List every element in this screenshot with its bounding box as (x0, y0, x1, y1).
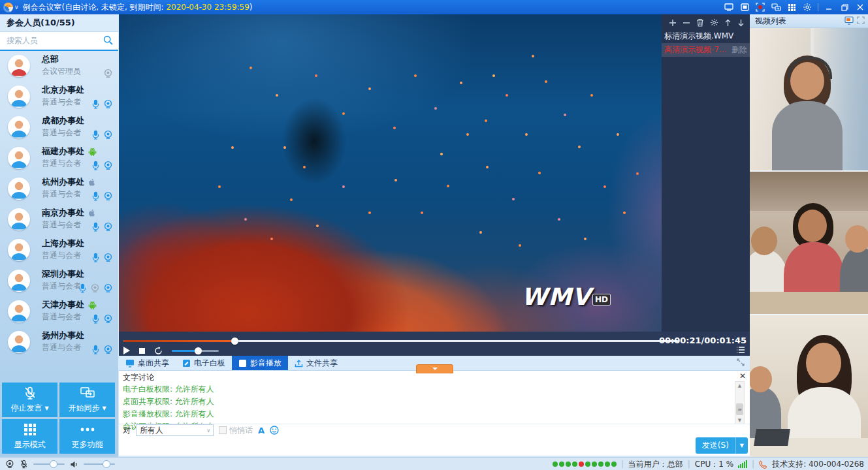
trash-icon[interactable] (696, 18, 704, 27)
maximize-button[interactable] (837, 0, 852, 14)
stop-speaking-button[interactable]: 停止发言▼ (2, 383, 57, 417)
chevron-down-icon[interactable]: ∨ (14, 4, 19, 10)
webcam-icon[interactable] (103, 191, 113, 201)
play-button[interactable] (123, 347, 130, 354)
whiteboard-window-icon[interactable] (737, 0, 752, 14)
cpu-label: CPU：1 % (695, 459, 733, 470)
message-input[interactable] (119, 436, 750, 456)
mic-icon[interactable] (91, 191, 100, 201)
record-icon[interactable] (752, 0, 768, 14)
checkbox-icon[interactable] (219, 426, 227, 434)
video-thumbnail[interactable] (750, 28, 868, 172)
progress-bar[interactable] (123, 340, 679, 342)
display-mode-button[interactable]: 显示模式 (2, 419, 57, 454)
tab-whiteboard[interactable]: 电子白板 (176, 356, 232, 370)
video-thumbnail[interactable] (750, 315, 868, 459)
webcam-gray-icon[interactable] (90, 283, 100, 293)
remove-icon[interactable] (683, 19, 690, 27)
participant-role: 普通与会者 (42, 189, 81, 200)
move-down-icon[interactable] (737, 19, 745, 27)
webcam-icon[interactable] (5, 460, 14, 469)
playlist-item[interactable]: 高清演示视频-720P.wmv 删除 (662, 43, 750, 57)
video-thumbnail[interactable] (750, 172, 868, 315)
mic-icon[interactable] (91, 99, 100, 109)
more-functions-button[interactable]: 更多功能 (59, 419, 115, 454)
webcam-icon[interactable] (103, 345, 113, 354)
search-box[interactable] (0, 32, 118, 51)
webcam-icon[interactable] (103, 99, 113, 109)
mic-icon[interactable] (91, 222, 100, 232)
speaker-icon[interactable] (70, 460, 78, 469)
chat-panel: 文字讨论 ✕ 电子白板权限: 允许所有人桌面共享权限: 允许所有人影音播放权限:… (119, 371, 750, 456)
tab-file-share[interactable]: 文件共享 (288, 356, 344, 370)
participant-row[interactable]: 杭州办事处 普通与会者 (0, 174, 118, 204)
webcam-icon[interactable] (103, 161, 113, 170)
chat-collapse-handle[interactable] (416, 364, 453, 373)
mic-muted-icon[interactable] (20, 460, 28, 469)
video-content[interactable]: WMVHD (119, 14, 662, 332)
search-input[interactable] (0, 32, 104, 48)
mic-icon[interactable] (78, 283, 87, 293)
participant-row[interactable]: 北京办事处 普通与会者 (0, 82, 118, 112)
minimize-button[interactable] (821, 0, 837, 14)
participant-row[interactable]: 总部 会议管理员 (0, 51, 118, 82)
webcam-gray-icon[interactable] (103, 69, 113, 78)
send-options-button[interactable]: ▼ (735, 437, 748, 454)
participant-row[interactable]: 深圳办事处 普通与会者 (0, 266, 118, 296)
recipient-select[interactable]: 所有人 ∨ (136, 424, 214, 436)
delete-link[interactable]: 删除 (731, 43, 747, 57)
add-icon[interactable] (669, 19, 677, 27)
progress-handle[interactable] (231, 337, 238, 345)
participant-row[interactable]: 扬州办事处 普通与会者 (0, 327, 118, 358)
app-logo-icon[interactable] (3, 3, 13, 12)
participant-row[interactable]: 南京办事处 普通与会者 (0, 204, 118, 235)
scroll-thumb[interactable] (736, 403, 743, 415)
mic-icon[interactable] (91, 253, 100, 262)
close-icon[interactable]: ✕ (739, 372, 746, 380)
mic-icon[interactable] (91, 314, 100, 324)
speaker-volume-slider[interactable] (84, 463, 115, 465)
playlist-item[interactable]: 标清演示视频.WMV (662, 29, 750, 43)
search-icon[interactable] (103, 35, 113, 45)
gear-icon[interactable] (799, 0, 815, 14)
emoji-icon[interactable] (270, 426, 279, 435)
dither-grid-icon[interactable] (784, 0, 799, 14)
font-icon[interactable]: A (258, 426, 265, 435)
screen-share-icon[interactable] (721, 0, 737, 14)
participant-row[interactable]: 福建办事处 普通与会者 (0, 143, 118, 174)
participant-row[interactable]: 天津办事处 普通与会者 (0, 296, 118, 327)
gear-icon[interactable] (710, 18, 718, 27)
webcam-icon[interactable] (103, 222, 113, 232)
webcam-icon[interactable] (103, 253, 113, 262)
mic-icon[interactable] (91, 130, 100, 140)
mic-icon[interactable] (91, 345, 100, 354)
close-button[interactable] (852, 0, 868, 14)
webcam-icon[interactable] (103, 283, 113, 293)
whisper-checkbox[interactable]: 悄悄话 (219, 425, 253, 436)
loop-icon[interactable] (154, 347, 163, 355)
move-up-icon[interactable] (724, 19, 731, 27)
playlist-toggle-icon[interactable] (736, 346, 745, 354)
webcam-icon[interactable] (103, 130, 113, 140)
webcam-icon[interactable] (103, 314, 113, 324)
scroll-up-icon[interactable]: ▲ (735, 382, 744, 389)
mic-volume-slider[interactable] (33, 463, 65, 465)
start-sync-button[interactable]: 开始同步▼ (59, 383, 115, 417)
send-button[interactable]: 发送(S) (696, 437, 735, 454)
tab-desktop-share[interactable]: 桌面共享 (119, 356, 176, 370)
monitor-icon[interactable] (844, 16, 854, 25)
participant-row[interactable]: 成都办事处 普通与会者 (0, 112, 118, 143)
tab-media-play[interactable]: 影音播放 (232, 356, 288, 370)
stop-button[interactable] (139, 348, 145, 354)
chat-scrollbar[interactable]: ▲ ▼ (735, 381, 745, 424)
volume-handle[interactable] (195, 347, 202, 354)
expand-icon[interactable] (857, 16, 865, 25)
volume-slider[interactable] (172, 350, 219, 352)
slider-handle[interactable] (50, 460, 57, 468)
scroll-down-icon[interactable]: ▼ (735, 416, 744, 424)
slider-handle[interactable] (103, 460, 110, 468)
expand-icon[interactable] (737, 358, 745, 366)
sync-screens-icon[interactable] (768, 0, 784, 14)
mic-icon[interactable] (91, 161, 100, 170)
participant-row[interactable]: 上海办事处 普通与会者 (0, 235, 118, 266)
